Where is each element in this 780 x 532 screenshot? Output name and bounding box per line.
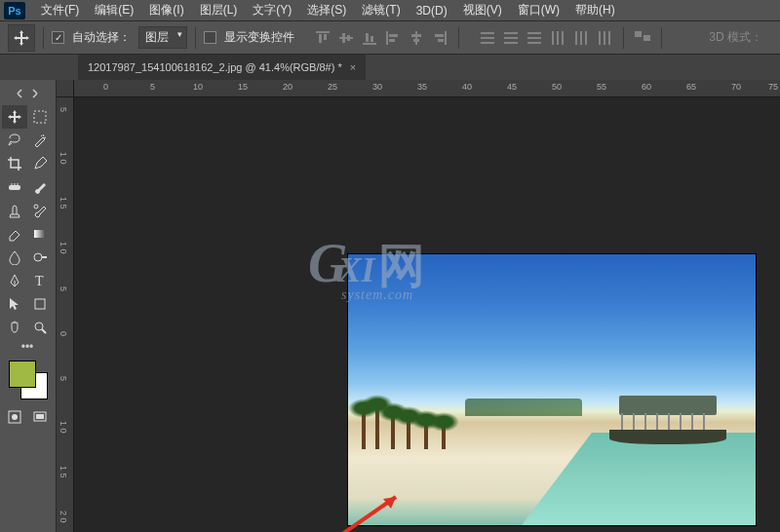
distribute-hcenter-icon[interactable] <box>570 27 592 49</box>
crop-tool[interactable] <box>2 152 27 175</box>
zoom-tool[interactable] <box>27 316 53 339</box>
svg-rect-39 <box>9 185 20 190</box>
svg-rect-44 <box>35 299 45 309</box>
ruler-tick: 1 0 <box>58 242 68 254</box>
svg-rect-34 <box>604 31 605 45</box>
tab-bar: 12017987_154100618162_2.jpg @ 41.4%(RGB/… <box>0 55 780 80</box>
palm-trees <box>348 400 465 459</box>
document-tab[interactable]: 12017987_154100618162_2.jpg @ 41.4%(RGB/… <box>78 55 366 80</box>
align-hcenter-icon[interactable] <box>406 27 427 49</box>
type-tool[interactable]: T <box>27 269 53 292</box>
svg-point-42 <box>34 253 42 261</box>
distribute-right-icon[interactable] <box>594 27 615 49</box>
gradient-tool[interactable] <box>27 222 53 246</box>
ruler-horizontal[interactable]: 0 5 10 15 20 25 30 35 40 45 50 55 60 65 … <box>74 80 780 97</box>
distribute-group <box>477 27 615 49</box>
svg-rect-29 <box>562 31 564 45</box>
healing-brush-tool[interactable] <box>2 175 27 199</box>
ruler-tick: 10 <box>193 82 203 92</box>
menu-window[interactable]: 窗口(W) <box>510 0 567 20</box>
brush-tool[interactable] <box>27 175 53 199</box>
svg-rect-30 <box>575 31 577 45</box>
ruler-tick: 45 <box>507 82 517 92</box>
ruler-tick: 25 <box>328 82 337 92</box>
ruler-tick: 1 0 <box>58 421 68 434</box>
menubar: Ps 文件(F) 编辑(E) 图像(I) 图层(L) 文字(Y) 选择(S) 滤… <box>0 0 780 21</box>
distribute-bottom-icon[interactable] <box>524 27 545 49</box>
divider <box>623 27 624 49</box>
align-right-icon[interactable] <box>429 27 450 49</box>
menu-layer[interactable]: 图层(L) <box>192 0 246 20</box>
pen-tool[interactable] <box>2 269 27 292</box>
menu-3d[interactable]: 3D(D) <box>409 2 455 19</box>
color-swatches[interactable] <box>9 361 48 399</box>
menu-view[interactable]: 视图(V) <box>455 0 510 20</box>
marquee-tool[interactable] <box>27 105 53 129</box>
ruler-tick: 5 <box>150 82 155 92</box>
align-vcenter-icon[interactable] <box>335 27 357 49</box>
distribute-top-icon[interactable] <box>477 27 498 49</box>
move-tool[interactable] <box>2 105 27 129</box>
auto-select-checkbox[interactable]: ✓ <box>52 31 64 44</box>
svg-rect-23 <box>504 42 518 44</box>
svg-rect-3 <box>339 37 353 39</box>
clone-stamp-tool[interactable] <box>2 199 27 222</box>
ruler-tick: 30 <box>372 82 382 92</box>
auto-align-icon[interactable] <box>632 27 653 49</box>
svg-rect-9 <box>386 31 388 45</box>
ruler-tick: 55 <box>597 82 606 92</box>
menu-filter[interactable]: 滤镜(T) <box>354 0 408 20</box>
options-bar: ✓ 自动选择： 图层 显示变换控件 3D 模式： <box>0 21 780 55</box>
menu-help[interactable]: 帮助(H) <box>567 0 623 20</box>
svg-rect-16 <box>435 34 444 37</box>
document-image[interactable] <box>347 253 757 526</box>
align-top-icon[interactable] <box>312 27 333 49</box>
show-transform-checkbox[interactable] <box>204 31 216 44</box>
align-bottom-icon[interactable] <box>359 27 380 49</box>
edit-toolbar-icon[interactable]: ••• <box>2 339 53 355</box>
align-left-icon[interactable] <box>382 27 404 49</box>
blur-tool[interactable] <box>2 246 27 269</box>
tab-close-icon[interactable]: × <box>350 61 356 73</box>
foreground-swatch[interactable] <box>9 361 36 388</box>
layer-dropdown[interactable]: 图层 <box>138 26 187 49</box>
distribute-left-icon[interactable] <box>547 27 568 49</box>
shape-tool[interactable] <box>27 292 53 316</box>
eyedropper-tool[interactable] <box>27 152 53 175</box>
collapse-arrows-icon[interactable] <box>2 82 53 105</box>
svg-rect-8 <box>370 36 373 42</box>
ruler-vertical[interactable]: 5 1 0 1 5 1 0 5 0 5 1 0 1 5 2 0 <box>57 97 74 532</box>
move-tool-indicator[interactable] <box>8 24 35 52</box>
svg-rect-37 <box>644 35 650 41</box>
ruler-tick: 1 0 <box>58 152 68 165</box>
quickmask-tool[interactable] <box>2 405 27 429</box>
svg-rect-49 <box>36 414 44 419</box>
canvas-content[interactable]: GXI网 system.com <box>74 97 780 532</box>
ruler-tick: 0 <box>58 331 68 336</box>
path-select-tool[interactable] <box>2 292 27 316</box>
ruler-tick: 75 <box>768 82 778 92</box>
lasso-tool[interactable] <box>2 129 27 152</box>
svg-rect-19 <box>481 37 494 39</box>
hand-tool[interactable] <box>2 316 27 339</box>
menu-file[interactable]: 文件(F) <box>33 0 87 20</box>
ruler-tick: 2 0 <box>58 511 68 523</box>
eraser-tool[interactable] <box>2 222 27 246</box>
ruler-tick: 20 <box>283 82 292 92</box>
svg-rect-35 <box>608 31 610 45</box>
menu-edit[interactable]: 编辑(E) <box>87 0 141 20</box>
dodge-tool[interactable] <box>27 246 53 269</box>
history-brush-tool[interactable] <box>27 199 53 222</box>
svg-point-45 <box>35 323 43 330</box>
screenmode-tool[interactable] <box>27 405 53 429</box>
svg-rect-21 <box>504 32 518 34</box>
svg-rect-33 <box>599 31 601 45</box>
menu-image[interactable]: 图像(I) <box>141 0 191 20</box>
menu-type[interactable]: 文字(Y) <box>245 0 299 20</box>
divider <box>43 27 44 49</box>
svg-point-40 <box>34 205 38 209</box>
menu-select[interactable]: 选择(S) <box>299 0 354 20</box>
main-area: T ••• 0 5 10 15 20 25 <box>0 80 780 532</box>
distribute-vcenter-icon[interactable] <box>500 27 522 49</box>
magic-wand-tool[interactable] <box>27 129 53 152</box>
